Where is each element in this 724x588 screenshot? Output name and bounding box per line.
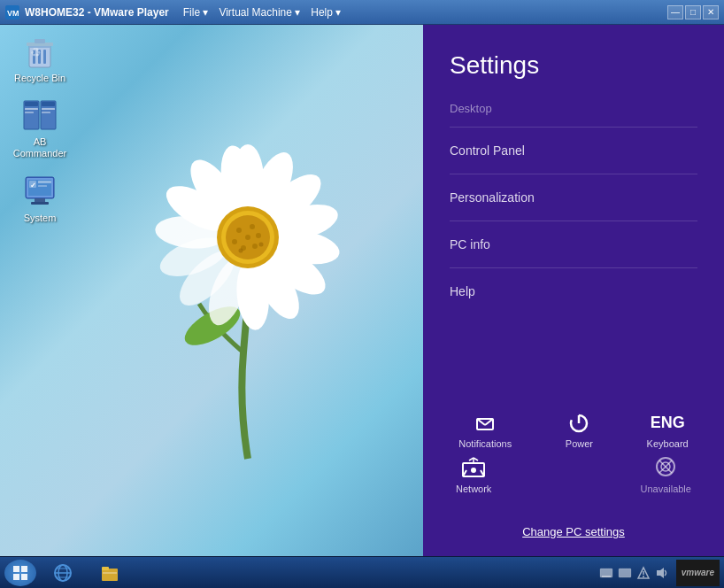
ab-commander-label: ABCommander [13, 136, 67, 159]
start-icon [12, 565, 28, 581]
notifications-icon [474, 414, 497, 434]
svg-point-22 [250, 224, 255, 229]
unavailable-button[interactable]: Unavailable [640, 456, 690, 494]
svg-line-72 [666, 467, 672, 473]
power-button[interactable]: Power [566, 411, 593, 449]
svg-rect-84 [102, 567, 109, 570]
settings-item-control-panel[interactable]: Control Panel [450, 135, 697, 166]
svg-point-24 [252, 244, 258, 249]
power-icon [567, 411, 590, 434]
vmware-brand: vmware [676, 560, 720, 586]
settings-item-personalization[interactable]: Personalization [450, 182, 697, 213]
svg-rect-74 [13, 566, 19, 572]
svg-rect-45 [42, 112, 50, 113]
svg-point-29 [259, 243, 264, 247]
system-icon[interactable]: ✓ System [9, 174, 71, 224]
ab-commander-icon[interactable]: ABCommander [9, 97, 71, 159]
system-label: System [24, 213, 57, 224]
svg-rect-41 [42, 102, 55, 106]
svg-rect-53 [38, 185, 47, 187]
keyboard-eng-label: ENG [651, 411, 685, 434]
menu-bar: File ▾ Virtual Machine ▾ Help ▾ [183, 6, 342, 19]
system-svg: ✓ [22, 174, 58, 209]
taskbar-items [41, 560, 599, 586]
divider-4 [450, 267, 697, 268]
keyboard-button[interactable]: ENG Keyboard [647, 411, 689, 449]
tray-icon-3[interactable] [636, 566, 651, 580]
divider-1 [450, 127, 697, 128]
svg-rect-77 [21, 574, 27, 580]
svg-rect-36 [35, 39, 45, 43]
svg-point-21 [236, 228, 242, 233]
settings-item-help[interactable]: Help [450, 275, 697, 307]
keyboard-label: Keyboard [647, 438, 689, 449]
taskbar-explorer[interactable] [88, 560, 132, 586]
title-bar-left: VM W8HOME32 - VMware Player File ▾ Virtu… [5, 5, 341, 19]
notifications-button[interactable]: Notifications [458, 414, 512, 449]
flower-svg [71, 69, 407, 494]
divider-3 [450, 220, 697, 221]
svg-rect-85 [103, 572, 117, 574]
vmware-label: vmware [682, 568, 714, 577]
menu-help[interactable]: Help ▾ [311, 6, 341, 19]
power-label: Power [566, 438, 593, 449]
unavailable-icon [652, 456, 679, 479]
settings-item-pc-info[interactable]: PC info [450, 228, 697, 260]
svg-rect-34 [43, 50, 46, 64]
unavailable-label: Unavailable [640, 484, 690, 494]
window-title: W8HOME32 - VMware Player [25, 6, 169, 19]
divider-2 [450, 174, 697, 174]
taskbar-ie[interactable] [41, 560, 85, 586]
network-label: Network [456, 484, 491, 494]
maximize-button[interactable]: □ [685, 5, 701, 19]
ab-commander-svg [22, 97, 58, 133]
svg-line-71 [666, 460, 672, 467]
svg-rect-48 [35, 198, 45, 202]
network-icon [460, 456, 487, 479]
svg-rect-75 [21, 566, 27, 572]
recycle-bin-svg: ♻ [22, 34, 58, 69]
svg-line-56 [477, 419, 485, 425]
close-button[interactable]: ✕ [703, 5, 719, 19]
tray-icon-2[interactable] [618, 566, 632, 580]
svg-point-91 [643, 576, 644, 577]
menu-virtual-machine[interactable]: Virtual Machine ▾ [219, 6, 300, 19]
svg-marker-92 [657, 568, 664, 578]
svg-point-28 [239, 249, 243, 253]
explorer-icon [99, 562, 120, 584]
svg-text:VM: VM [7, 9, 19, 18]
recycle-bin-icon[interactable]: ♻ Recycle Bin [9, 34, 71, 84]
recycle-bin-label: Recycle Bin [14, 73, 65, 84]
taskbar: vmware [0, 556, 724, 588]
svg-line-57 [485, 419, 493, 425]
menu-file[interactable]: File ▾ [183, 6, 209, 19]
settings-title: Settings [423, 25, 724, 93]
svg-rect-44 [42, 108, 55, 110]
tray-icons [599, 566, 669, 580]
desktop-wallpaper [71, 69, 407, 494]
svg-line-70 [659, 460, 666, 467]
desktop-icons: ♻ Recycle Bin ABCommander [9, 34, 71, 224]
title-bar: VM W8HOME32 - VMware Player File ▾ Virtu… [0, 0, 724, 25]
minimize-button[interactable]: — [667, 5, 683, 19]
svg-rect-40 [25, 102, 38, 106]
svg-text:✓: ✓ [30, 182, 36, 190]
svg-rect-87 [602, 576, 611, 577]
svg-text:♻: ♻ [30, 45, 42, 59]
svg-rect-88 [619, 569, 631, 577]
ie-icon [52, 562, 73, 584]
desktop: ♻ Recycle Bin ABCommander [0, 25, 423, 556]
network-button[interactable]: Network [456, 456, 491, 494]
tray-icon-speaker[interactable] [655, 566, 669, 580]
svg-line-73 [659, 467, 666, 473]
main-area: ♻ Recycle Bin ABCommander [0, 25, 724, 556]
change-pc-settings-link[interactable]: Change PC settings [423, 512, 724, 556]
settings-panel: Settings Desktop Control Panel Personali… [423, 25, 724, 556]
notifications-label: Notifications [458, 438, 512, 449]
svg-point-27 [245, 235, 250, 240]
svg-point-64 [471, 468, 476, 473]
settings-item-desktop: Desktop [450, 93, 697, 120]
svg-rect-42 [25, 108, 38, 110]
tray-icon-1[interactable] [599, 566, 613, 580]
start-button[interactable] [4, 560, 36, 586]
